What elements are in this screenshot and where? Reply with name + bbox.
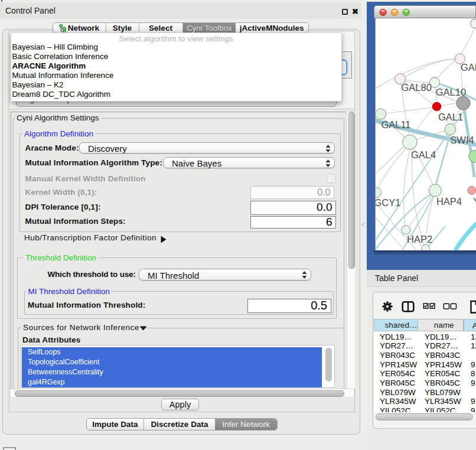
- svg-text:GAL4: GAL4: [411, 149, 436, 160]
- svg-text:GAL80: GAL80: [402, 82, 432, 93]
- svg-text:SWI4: SWI4: [450, 135, 474, 145]
- svg-text:GAL11: GAL11: [381, 119, 410, 130]
- svg-text:HAP2: HAP2: [407, 234, 432, 244]
- svg-text:GAL: GAL: [461, 62, 476, 73]
- svg-text:Y: Y: [473, 196, 476, 207]
- svg-text:HAP4: HAP4: [436, 196, 462, 207]
- svg-text:GAL10: GAL10: [436, 87, 466, 97]
- svg-text:GAL1: GAL1: [438, 112, 463, 122]
- svg-text:GCY1: GCY1: [376, 197, 400, 208]
